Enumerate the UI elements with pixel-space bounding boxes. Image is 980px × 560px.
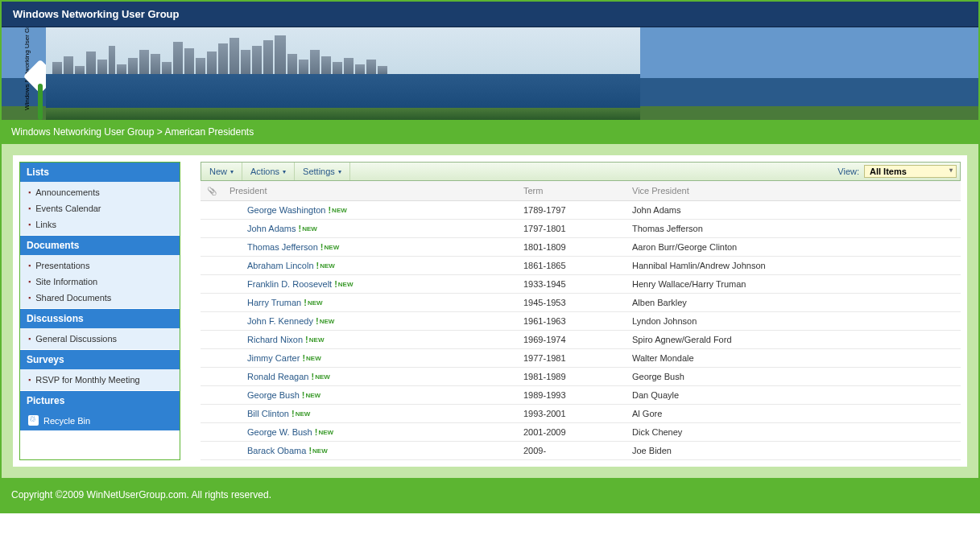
new-badge: !NEW (334, 279, 353, 289)
president-link[interactable]: Jimmy Carter (247, 353, 300, 363)
list-toolbar: New Actions Settings View: All Items (201, 162, 961, 181)
president-link[interactable]: George Washington (247, 205, 325, 215)
column-vp[interactable]: Vice President (626, 181, 961, 201)
president-link[interactable]: Franklin D. Roosevelt (247, 279, 332, 289)
vp-cell: Alben Barkley (626, 294, 961, 312)
president-link[interactable]: George Bush (247, 390, 300, 400)
sidebar-section-pictures[interactable]: Pictures (20, 390, 180, 410)
sidebar-item-events-calendar[interactable]: Events Calendar (20, 200, 180, 216)
vp-cell: Thomas Jefferson (626, 220, 961, 238)
vp-cell: Walter Mondale (626, 349, 961, 368)
sidebar-item-presentations[interactable]: Presentations (20, 257, 180, 274)
sidebar-item-rsvp-for-monthly-meeting[interactable]: RSVP for Monthly Meeting (20, 372, 180, 388)
site-title: Windows Networking User Group (13, 8, 179, 20)
new-button[interactable]: New (201, 163, 242, 180)
sidebar-section-documents[interactable]: Documents (20, 235, 180, 255)
president-link[interactable]: Thomas Jefferson (247, 242, 318, 252)
actions-button[interactable]: Actions (242, 163, 295, 180)
new-badge: !NEW (299, 224, 317, 233)
table-row: John Adams!NEW1797-1801Thomas Jefferson (201, 220, 961, 238)
term-cell: 1801-1809 (517, 238, 626, 257)
new-badge: !NEW (305, 335, 324, 344)
new-badge: !NEW (308, 446, 327, 455)
president-link[interactable]: Harry Truman (247, 298, 301, 307)
new-badge: !NEW (315, 427, 333, 437)
term-cell: 1789-1797 (517, 201, 626, 220)
view-label: View: (837, 167, 859, 176)
sidebar-section-surveys[interactable]: Surveys (20, 349, 180, 369)
sidebar-section-lists[interactable]: Lists (20, 163, 180, 182)
new-badge: !NEW (304, 298, 322, 307)
table-row: Barack Obama!NEW2009-Joe Biden (201, 442, 961, 460)
president-link[interactable]: John Adams (247, 224, 296, 233)
site-logo: Windows Networking User Group (14, 34, 42, 114)
table-row: John F. Kennedy!NEW1961-1963Lyndon Johns… (201, 312, 961, 331)
table-row: Franklin D. Roosevelt!NEW1933-1945Henry … (201, 275, 961, 294)
term-cell: 2001-2009 (517, 423, 626, 442)
column-attachment[interactable] (201, 181, 223, 201)
table-row: Bill Clinton!NEW1993-2001Al Gore (201, 405, 961, 423)
new-badge: !NEW (302, 353, 320, 363)
sidebar-item-site-information[interactable]: Site Information (20, 274, 180, 290)
table-row: Harry Truman!NEW1945-1953Alben Barkley (201, 294, 961, 312)
column-president[interactable]: President (223, 181, 517, 201)
president-link[interactable]: Bill Clinton (247, 409, 289, 418)
breadcrumb: Windows Networking User Group > American… (2, 120, 978, 144)
president-link[interactable]: Richard Nixon (247, 335, 303, 344)
vp-cell: Aaron Burr/George Clinton (626, 238, 961, 257)
view-selector[interactable]: All Items (864, 165, 957, 178)
sidebar-item-announcements[interactable]: Announcements (20, 184, 180, 200)
table-row: Ronald Reagan!NEW1981-1989George Bush (201, 368, 961, 386)
sidebar-item-general-discussions[interactable]: General Discussions (20, 331, 180, 347)
recycle-bin[interactable]: Recycle Bin (20, 410, 180, 430)
breadcrumb-root[interactable]: Windows Networking User Group (11, 126, 154, 138)
column-term[interactable]: Term (517, 181, 626, 201)
main-content: New Actions Settings View: All Items Pre… (201, 162, 961, 460)
new-badge: !NEW (292, 409, 310, 418)
new-badge: !NEW (316, 316, 334, 326)
term-cell: 1797-1801 (517, 220, 626, 238)
president-link[interactable]: Ronald Reagan (247, 372, 308, 381)
term-cell: 1969-1974 (517, 331, 626, 349)
sidebar-item-shared-documents[interactable]: Shared Documents (20, 290, 180, 306)
term-cell: 1945-1953 (517, 294, 626, 312)
settings-button[interactable]: Settings (295, 163, 350, 180)
president-link[interactable]: Abraham Lincoln (247, 261, 314, 270)
banner: Windows Networking User Group (2, 27, 978, 120)
new-badge: !NEW (320, 242, 339, 252)
table-row: Richard Nixon!NEW1969-1974Spiro Agnew/Ge… (201, 331, 961, 349)
recycle-icon (28, 415, 39, 426)
site-header: Windows Networking User Group (2, 0, 978, 27)
term-cell: 1981-1989 (517, 368, 626, 386)
president-link[interactable]: John F. Kennedy (247, 316, 313, 326)
new-badge: !NEW (328, 205, 346, 215)
president-link[interactable]: George W. Bush (247, 427, 312, 437)
table-row: George Washington!NEW1789-1797John Adams (201, 201, 961, 220)
vp-cell: Henry Wallace/Harry Truman (626, 275, 961, 294)
banner-image (46, 27, 640, 120)
table-row: George W. Bush!NEW2001-2009Dick Cheney (201, 423, 961, 442)
term-cell: 1861-1865 (517, 257, 626, 275)
vp-cell: Al Gore (626, 405, 961, 423)
new-badge: !NEW (311, 372, 329, 381)
vp-cell: Lyndon Johnson (626, 312, 961, 331)
sidebar-item-links[interactable]: Links (20, 216, 180, 233)
table-row: Jimmy Carter!NEW1977-1981Walter Mondale (201, 349, 961, 368)
presidents-table: President Term Vice President George Was… (201, 181, 961, 460)
term-cell: 1933-1945 (517, 275, 626, 294)
vp-cell: Hannibal Hamlin/Andrew Johnson (626, 257, 961, 275)
sidebar: ListsAnnouncementsEvents CalendarLinksDo… (19, 162, 180, 460)
sidebar-section-discussions[interactable]: Discussions (20, 308, 180, 328)
vp-cell: Dick Cheney (626, 423, 961, 442)
president-link[interactable]: Barack Obama (247, 446, 306, 455)
vp-cell: Dan Quayle (626, 386, 961, 405)
attachment-icon (207, 186, 217, 196)
vp-cell: Joe Biden (626, 442, 961, 460)
term-cell: 1977-1981 (517, 349, 626, 368)
vp-cell: John Adams (626, 201, 961, 220)
new-badge: !NEW (316, 261, 335, 270)
term-cell: 1961-1963 (517, 312, 626, 331)
table-row: George Bush!NEW1989-1993Dan Quayle (201, 386, 961, 405)
footer: Copyright ©2009 WinNetUserGroup.com. All… (2, 478, 978, 512)
term-cell: 2009- (517, 442, 626, 460)
